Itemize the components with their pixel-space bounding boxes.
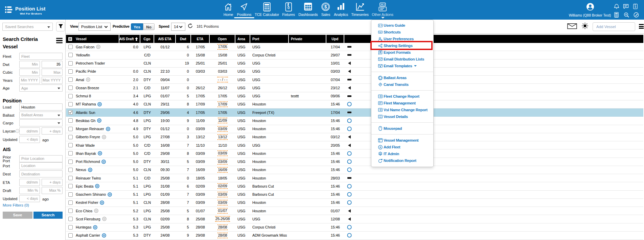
row-checkbox[interactable]	[68, 102, 73, 106]
col-header-area[interactable]: Area	[235, 35, 250, 43]
col-header-open[interactable]: Open	[210, 35, 235, 43]
row-checkbox[interactable]	[68, 225, 73, 230]
menu-item-user-preferences[interactable]: User Preferences	[371, 35, 433, 42]
nav-item-home[interactable]: Home	[221, 0, 236, 19]
field-input[interactable]: + days	[42, 127, 63, 135]
nav-item-fixtures[interactable]: Fixtures	[279, 0, 298, 19]
table-row[interactable]: Port Richmond5.0DTY30/11503/0903/09USGHo…	[66, 158, 643, 166]
field-input[interactable]: Destination	[19, 170, 63, 177]
col-header-vessel[interactable]: Vessel	[66, 35, 119, 43]
add-vessel-input[interactable]: Add Vessel	[593, 22, 635, 31]
table-row[interactable]: Reinauer Twins5.1C/D25/08018/0518/05USGH…	[66, 174, 643, 182]
menu-item-vessel-details[interactable]: Vessel Details	[371, 113, 433, 120]
table-row[interactable]: Ocean Breeze2.1C/D11/07026/1226/12USGUSG…	[66, 84, 643, 92]
menu-item-export-formats[interactable]: Export Formats	[371, 49, 433, 56]
row-checkbox[interactable]	[68, 77, 73, 82]
col-header-private[interactable]: Private	[289, 35, 326, 43]
menu-item-ballast-areas[interactable]: Ballast Areas	[371, 74, 433, 81]
menu-item-mousepad[interactable]: Mousepad	[371, 125, 433, 132]
menu-item-it-admin[interactable]: IT Admin	[371, 150, 433, 157]
table-row[interactable]: Eco Chios5.2LPG25/08501/0701/07USGHousto…	[66, 207, 643, 215]
menu-item-email-distribution-lists[interactable]: Email Distribution Lists	[371, 56, 433, 63]
row-checkbox[interactable]	[68, 160, 73, 164]
table-row[interactable]: Huntegas5.3LPG25/08528/0828/08USGCorpus …	[66, 223, 643, 232]
row-checkbox[interactable]	[68, 69, 73, 74]
row-checkbox[interactable]	[68, 45, 73, 49]
field-input[interactable]: Location	[19, 162, 63, 169]
field-input[interactable]: Min %	[19, 187, 40, 194]
row-checkbox[interactable]	[68, 53, 73, 57]
criteria-menu-icon[interactable]	[56, 38, 63, 43]
field-select[interactable]: Ballast Areas	[19, 112, 63, 119]
nav-item-other-actions[interactable]: Other Actions	[369, 0, 396, 19]
field-input[interactable]: dd/mm	[19, 127, 40, 135]
field-input[interactable]: < days	[19, 136, 40, 143]
col-header-eta[interactable]: ETA	[191, 35, 210, 43]
row-checkbox[interactable]	[68, 209, 73, 213]
nav-item-analytics[interactable]: Analytics	[331, 0, 351, 19]
search-heart-icon[interactable]	[624, 12, 629, 18]
table-row[interactable]: Epic Beata5.1LPG31/08602/0902/09USGBarbo…	[66, 182, 643, 190]
menu-item-add-fleet[interactable]: Add Fleet	[371, 144, 433, 150]
col-header-dwt[interactable]: Dwt	[176, 35, 191, 43]
table-row[interactable]: Khair Wade5.0C/D16/08711/1011/10USGUSG20…	[66, 141, 643, 149]
table-menu-icon[interactable]	[639, 24, 644, 29]
field-input[interactable]: < days	[19, 195, 40, 202]
table-row[interactable]: MT Rahama4.0CLN29/11817/0917/09USGHousto…	[66, 100, 643, 109]
table-row[interactable]: Atlantic Sun4.6DTY29/06417/0517/05USGFre…	[66, 109, 643, 117]
col-header-ais-eta[interactable]: AIS ETA	[154, 35, 176, 43]
row-checkbox[interactable]	[68, 110, 73, 115]
col-header-upd[interactable]: Upd	[326, 35, 344, 43]
more-filters-link[interactable]: More Filters (0)	[3, 203, 29, 207]
field-select[interactable]	[19, 119, 63, 126]
table-row[interactable]: Schmui 83.4LPG01/07517/0517/05USGUSGtest…	[66, 92, 643, 100]
menu-item-notification-report[interactable]: Notification Report	[371, 157, 433, 164]
table-row[interactable]: Besiktas Gh4.8LPG19:00911/0911/09USGHous…	[66, 117, 643, 125]
row-checkbox[interactable]	[68, 94, 73, 98]
row-checkbox[interactable]	[68, 86, 73, 90]
predictive-no-button[interactable]: No	[143, 23, 155, 30]
nav-item-sales[interactable]: $Sales	[319, 0, 333, 19]
field-input[interactable]: dd/mm	[19, 179, 40, 186]
menu-item-fleet-management[interactable]: Fleet Management	[371, 100, 433, 106]
pen-circle-icon[interactable]	[634, 12, 639, 18]
row-checkbox[interactable]	[68, 233, 73, 238]
nav-item-dashboards[interactable]: Dashboards	[296, 0, 320, 19]
laycan-remove-button[interactable]: -	[16, 129, 19, 133]
view-select[interactable]: Position List	[78, 23, 111, 31]
menu-item-vsl-name-change-report[interactable]: Vsl Name Change Report	[371, 106, 433, 113]
row-checkbox[interactable]	[68, 135, 73, 139]
row-checkbox[interactable]	[68, 61, 73, 66]
table-row[interactable]: Pacific Pride0.0CLN22:10003/0303/03USGUS…	[66, 68, 643, 76]
predictive-yes-button[interactable]: Yes	[131, 23, 143, 30]
menu-item-sharing-settings[interactable]: Sharing Settings	[371, 42, 433, 49]
nav-item-timeseries[interactable]: Timeseries	[348, 0, 371, 19]
col-header-ais-draft[interactable]: AIS Draft	[119, 35, 140, 43]
menu-item-vessel-management[interactable]: Vessel Management	[371, 137, 433, 144]
search-button[interactable]: Search	[33, 212, 63, 219]
table-row[interactable]: Gas Falcon0.0LPG01/12617/0517/05USGUSG17…	[66, 43, 643, 51]
field-input[interactable]: + days	[42, 179, 63, 186]
nav-item-positions[interactable]: Positions	[234, 0, 254, 19]
table-row[interactable]: Asphalt Carrier5.3DTY24/08929/0828/08USG…	[66, 232, 643, 240]
row-checkbox[interactable]	[68, 143, 73, 147]
field-input[interactable]: Fleet	[19, 53, 63, 60]
menu-item-canal-transits[interactable]: Canal Transits	[371, 81, 433, 88]
filter-button[interactable]	[56, 22, 65, 31]
table-row[interactable]: Morgan Reinauer4.9DTY01/12003/0903/09USG…	[66, 125, 643, 133]
row-checkbox[interactable]	[68, 200, 73, 205]
field-input[interactable]: 35	[42, 61, 63, 68]
field-input[interactable]: Max	[42, 69, 63, 76]
row-checkbox[interactable]	[68, 168, 73, 172]
row-checkbox[interactable]	[68, 118, 73, 123]
select-all-checkbox[interactable]	[68, 37, 72, 41]
row-checkbox[interactable]	[68, 127, 73, 131]
save-button[interactable]: Save	[3, 212, 32, 219]
table-row[interactable]: Amal2.0DTY09/040- - / - -USGUSG07/04	[66, 76, 643, 84]
row-checkbox[interactable]	[68, 184, 73, 188]
field-select[interactable]: Age	[19, 85, 63, 92]
table-row[interactable]: Petrochem TraderCLN1925/0125/01USGUSG10/…	[66, 59, 643, 68]
row-checkbox[interactable]	[68, 151, 73, 155]
bell-icon[interactable]	[614, 4, 619, 9]
table-row[interactable]: YellowfinC/D015/0815/08USGCorpus Christi…	[66, 51, 643, 59]
